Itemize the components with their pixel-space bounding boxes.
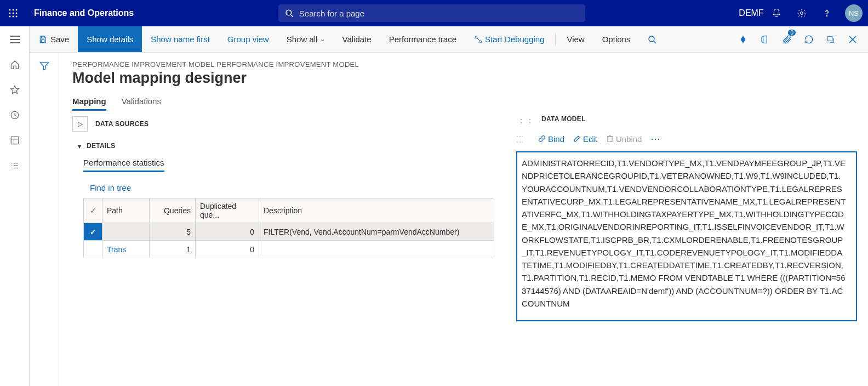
- svg-line-10: [291, 15, 293, 17]
- hamburger-icon[interactable]: [8, 33, 21, 46]
- performance-trace-button[interactable]: Performance trace: [380, 26, 465, 52]
- search-input[interactable]: [294, 9, 579, 18]
- unbind-button: Unbind: [606, 134, 642, 144]
- left-nav-rail: [0, 26, 30, 386]
- favorites-icon[interactable]: [8, 83, 21, 96]
- splitter-grip-icon[interactable]: ⋮⋮: [516, 116, 534, 125]
- svg-rect-26: [41, 36, 44, 38]
- attachments-icon[interactable]: 0: [776, 26, 798, 53]
- sql-text-viewer[interactable]: ADMINISTRATORRECID,T1.VENDORTYPE_MX,T1.V…: [516, 151, 857, 321]
- view-button[interactable]: View: [558, 26, 593, 52]
- table-row[interactable]: 50FILTER(Vend, Vend.AccountNum=parmVendA…: [84, 223, 494, 241]
- notifications-icon[interactable]: [764, 0, 789, 26]
- svg-point-8: [16, 16, 18, 18]
- popout-icon[interactable]: [820, 26, 842, 53]
- details-label: DETAILS: [87, 142, 116, 150]
- tab-mapping[interactable]: Mapping: [72, 96, 106, 111]
- svg-line-31: [654, 41, 656, 43]
- cmd-search-icon[interactable]: [639, 26, 665, 52]
- settings-icon[interactable]: [789, 0, 814, 26]
- power-apps-icon[interactable]: [732, 26, 754, 53]
- svg-rect-32: [828, 36, 832, 41]
- svg-point-12: [826, 15, 827, 16]
- page-title: Model mapping designer: [72, 70, 857, 87]
- help-icon[interactable]: [814, 0, 840, 26]
- svg-point-6: [9, 16, 11, 18]
- details-caret-icon[interactable]: [78, 141, 81, 150]
- save-button[interactable]: Save: [30, 26, 78, 52]
- performance-grid: Path Queries Duplicated que... Descripti…: [83, 198, 494, 258]
- app-launcher-icon[interactable]: [0, 0, 26, 26]
- recent-icon[interactable]: [8, 109, 21, 122]
- top-header: Finance and Operations DEMF NS: [0, 0, 868, 26]
- search-icon: [285, 9, 294, 18]
- svg-point-2: [16, 9, 18, 11]
- svg-point-7: [13, 16, 14, 18]
- splitter-grip-icon[interactable]: ⋮⋮: [516, 133, 524, 144]
- svg-point-0: [9, 9, 11, 11]
- more-actions-icon[interactable]: ⋯: [650, 133, 660, 145]
- filter-pane-toggle[interactable]: [30, 53, 59, 386]
- svg-rect-35: [608, 137, 612, 141]
- svg-point-1: [13, 9, 14, 11]
- bind-button[interactable]: Bind: [538, 134, 564, 144]
- show-all-dropdown[interactable]: Show all ⌄: [278, 26, 334, 52]
- chevron-down-icon: ⌄: [320, 36, 325, 43]
- close-icon[interactable]: [842, 26, 864, 53]
- svg-point-30: [649, 36, 654, 42]
- user-avatar[interactable]: NS: [845, 4, 863, 22]
- col-description[interactable]: Description: [259, 198, 494, 223]
- svg-rect-27: [41, 39, 44, 42]
- subtab-performance-statistics[interactable]: Performance statistics: [83, 158, 164, 172]
- svg-point-5: [16, 13, 18, 14]
- modules-icon[interactable]: [8, 159, 21, 172]
- show-details-button[interactable]: Show details: [78, 26, 142, 52]
- tab-validations[interactable]: Validations: [122, 96, 161, 111]
- command-bar: Save Show details Show name first Group …: [30, 26, 868, 53]
- edit-button[interactable]: Edit: [573, 134, 597, 144]
- col-queries[interactable]: Queries: [150, 198, 196, 223]
- show-name-first-button[interactable]: Show name first: [142, 26, 219, 52]
- options-button[interactable]: Options: [593, 26, 639, 52]
- office-icon[interactable]: [754, 26, 776, 53]
- refresh-icon[interactable]: [798, 26, 820, 53]
- col-select[interactable]: [84, 198, 102, 223]
- path-link[interactable]: Trans: [102, 241, 150, 258]
- breadcrumb: PERFORMANCE IMPROVEMENT MODEL PERFORMANC…: [72, 60, 857, 69]
- datasources-label: DATA SOURCES: [95, 120, 149, 128]
- debug-icon: [474, 35, 483, 44]
- home-icon[interactable]: [8, 58, 21, 71]
- svg-rect-17: [11, 137, 19, 144]
- svg-point-3: [9, 13, 11, 14]
- filter-icon: [39, 60, 50, 71]
- col-path[interactable]: Path: [102, 198, 150, 223]
- svg-point-9: [286, 10, 292, 15]
- datasources-expand-button[interactable]: ▷: [72, 116, 88, 132]
- global-search[interactable]: [278, 4, 585, 22]
- col-duplicated[interactable]: Duplicated que...: [196, 198, 259, 223]
- company-picker[interactable]: DEMF: [739, 0, 764, 26]
- find-in-tree-link[interactable]: Find in tree: [90, 183, 511, 192]
- table-row[interactable]: Trans10: [84, 241, 494, 258]
- svg-point-11: [801, 12, 803, 15]
- datamodel-label: DATA MODEL: [541, 116, 586, 123]
- start-debugging-button[interactable]: Start Debugging: [465, 26, 553, 52]
- validate-button[interactable]: Validate: [334, 26, 380, 52]
- group-view-button[interactable]: Group view: [219, 26, 278, 52]
- app-title: Finance and Operations: [26, 8, 141, 18]
- svg-point-4: [13, 13, 14, 14]
- workspaces-icon[interactable]: [8, 134, 21, 147]
